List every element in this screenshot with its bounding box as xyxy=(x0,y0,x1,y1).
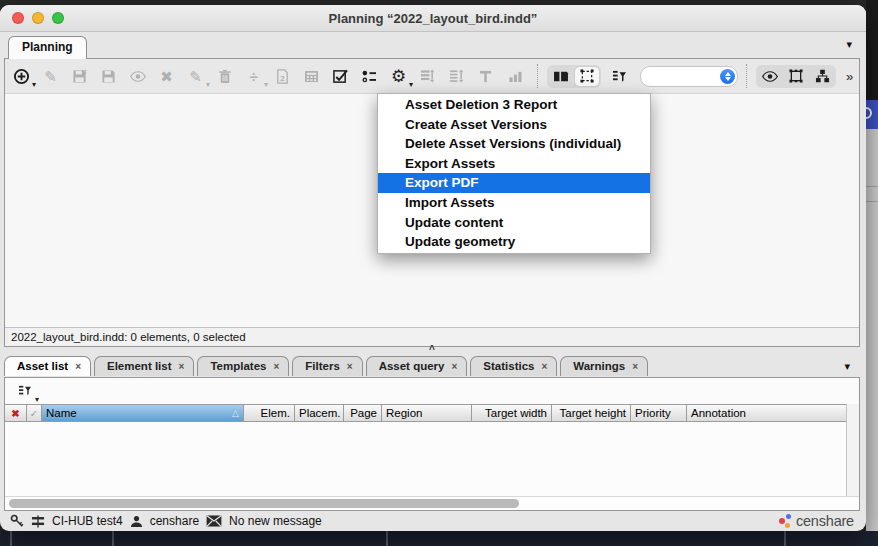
column-header-priority[interactable]: Priority xyxy=(631,405,687,421)
column-header-target-width[interactable]: Target width xyxy=(472,405,552,421)
toolbar-overflow-button[interactable]: » xyxy=(846,69,853,84)
planning-toolbar: ▾ ✎ ✖ ✎ ▾ ÷ ▾ xyxy=(5,59,859,93)
titlebar: Planning “2022_layout_bird.indd” xyxy=(0,5,866,32)
menu-item-import-assets[interactable]: Import Assets xyxy=(378,193,650,213)
menu-item-update-content[interactable]: Update content xyxy=(378,213,650,233)
close-window-button[interactable] xyxy=(12,12,24,24)
connection-name[interactable]: CI-HUB test4 xyxy=(52,514,123,528)
panel-resize-handle[interactable]: ^ xyxy=(429,344,435,355)
column-header-annotation[interactable]: Annotation xyxy=(687,405,846,421)
server-connection-icon[interactable] xyxy=(31,515,45,528)
checkbox-icon[interactable] xyxy=(332,65,349,87)
combobox-stepper-icon[interactable] xyxy=(720,69,735,84)
dropdown-arrow-icon: ▾ xyxy=(32,80,36,89)
menu-item-asset-deletion-report[interactable]: Asset Deletion 3 Report xyxy=(378,95,650,115)
close-tab-icon[interactable]: × xyxy=(347,361,353,372)
menu-item-create-asset-versions[interactable]: Create Asset Versions xyxy=(378,115,650,135)
column-header-page[interactable]: Page xyxy=(344,405,382,421)
dropdown-arrow-icon: ▾ xyxy=(206,80,210,89)
background-blue-icon xyxy=(866,100,878,129)
text-column-icon[interactable] xyxy=(477,65,494,87)
key-icon[interactable] xyxy=(10,514,24,528)
view-icon[interactable] xyxy=(129,65,146,87)
add-asset-button[interactable]: ▾ xyxy=(13,65,30,87)
lower-tab-bar: Asset list × Element list × Templates × … xyxy=(4,356,648,376)
tab-asset-query[interactable]: Asset query × xyxy=(366,356,468,376)
display-mode-group xyxy=(756,65,836,88)
tab-templates[interactable]: Templates × xyxy=(197,356,289,376)
tab-statistics[interactable]: Statistics × xyxy=(470,356,557,376)
tab-planning[interactable]: Planning xyxy=(8,36,87,59)
close-tab-icon[interactable]: × xyxy=(632,361,638,372)
column-header-elem[interactable]: Elem. xyxy=(244,405,295,421)
censhare-logo: censhare xyxy=(779,513,854,529)
asset-list-panel: ▾ ✖ ✓ Name △ Elem. Placem. Page Region T… xyxy=(4,377,860,511)
annotate-icon[interactable]: ✎ ▾ xyxy=(187,65,204,87)
vertical-scrollbar[interactable] xyxy=(846,404,859,496)
divide-pages-icon[interactable]: ÷ ▾ xyxy=(245,65,262,87)
second-page-icon[interactable]: 2 xyxy=(274,65,291,87)
view-toggle-group xyxy=(547,65,601,88)
gear-icon[interactable]: ⚙ ▾ xyxy=(390,65,407,87)
hierarchy-icon[interactable] xyxy=(810,67,834,86)
user-name[interactable]: censhare xyxy=(150,514,199,528)
save-version-remove-icon[interactable] xyxy=(71,65,88,87)
dropdown-arrow-icon: ▾ xyxy=(264,80,268,89)
edit-icon[interactable]: ✎ xyxy=(42,65,59,87)
close-tab-icon[interactable]: × xyxy=(273,361,279,372)
asset-table-body xyxy=(5,422,859,496)
dropdown-arrow-icon: ▾ xyxy=(409,80,413,89)
pages-view-toggle[interactable] xyxy=(549,67,573,86)
message-envelope-icon[interactable] xyxy=(206,515,222,527)
menu-item-delete-asset-versions[interactable]: Delete Asset Versions (individual) xyxy=(378,134,650,154)
toolbar-combobox[interactable] xyxy=(640,66,738,87)
tab-filters[interactable]: Filters × xyxy=(292,356,362,376)
horizontal-scrollbar-thumb[interactable] xyxy=(9,499,519,508)
eye-icon[interactable] xyxy=(758,67,782,86)
tab-warnings[interactable]: Warnings × xyxy=(560,356,648,376)
save-icon[interactable] xyxy=(100,65,117,87)
close-tab-icon[interactable]: × xyxy=(451,361,457,372)
close-tab-icon[interactable]: × xyxy=(541,361,547,372)
censhare-logo-text: censhare xyxy=(796,513,854,529)
filter-icon[interactable] xyxy=(611,65,628,87)
panel-menu-arrow-icon[interactable]: ▾ xyxy=(846,38,852,51)
trash-icon[interactable] xyxy=(216,65,233,87)
message-status[interactable]: No new message xyxy=(229,514,322,528)
bar-chart-icon[interactable] xyxy=(506,65,523,87)
collapse-rows-icon[interactable] xyxy=(448,65,465,87)
horizontal-scrollbar xyxy=(5,496,859,510)
zoom-window-button[interactable] xyxy=(52,12,64,24)
column-header-target-height[interactable]: Target height xyxy=(552,405,631,421)
column-header-placem[interactable]: Placem. xyxy=(295,405,344,421)
censhare-logo-mark-icon xyxy=(779,513,792,529)
minimize-window-button[interactable] xyxy=(32,12,44,24)
panel-tab-row: Planning ▾ xyxy=(0,32,866,58)
tab-element-list[interactable]: Element list × xyxy=(94,356,194,376)
column-header-region[interactable]: Region xyxy=(382,405,472,421)
selection-frame-icon[interactable] xyxy=(784,67,808,86)
check-column-icon[interactable]: ✓ xyxy=(27,405,42,421)
menu-item-export-pdf[interactable]: Export PDF xyxy=(378,173,650,193)
table-icon[interactable] xyxy=(303,65,320,87)
list-filter-icon[interactable]: ▾ xyxy=(16,380,33,402)
tab-asset-list[interactable]: Asset list × xyxy=(4,356,91,376)
gear-dropdown-menu: Asset Deletion 3 Report Create Asset Ver… xyxy=(377,93,651,254)
user-icon[interactable] xyxy=(130,515,143,528)
close-tab-icon[interactable]: × xyxy=(75,361,81,372)
remove-column-icon[interactable]: ✖ xyxy=(5,405,27,421)
options-list-icon[interactable] xyxy=(361,65,378,87)
lower-panel-menu-arrow-icon[interactable]: ▾ xyxy=(844,360,850,373)
background-window-strip xyxy=(0,531,878,546)
frame-view-toggle[interactable] xyxy=(575,67,599,86)
delete-icon[interactable]: ✖ xyxy=(158,65,175,87)
column-header-name[interactable]: Name △ xyxy=(42,405,244,421)
toolbar-separator xyxy=(537,64,538,88)
window-title: Planning “2022_layout_bird.indd” xyxy=(329,11,538,26)
expand-rows-icon[interactable] xyxy=(419,65,436,87)
connection-status-bar: CI-HUB test4 censhare No new message cen… xyxy=(0,511,866,531)
menu-item-export-assets[interactable]: Export Assets xyxy=(378,154,650,174)
background-app-edge xyxy=(866,0,878,546)
close-tab-icon[interactable]: × xyxy=(179,361,185,372)
menu-item-update-geometry[interactable]: Update geometry xyxy=(378,232,650,252)
